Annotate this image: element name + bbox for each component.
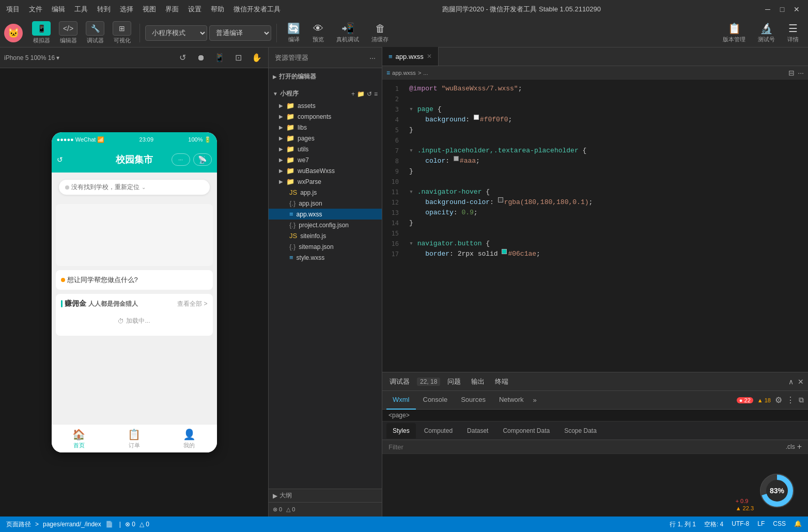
phone-location[interactable]: 没有找到学校，重新定位 ⌄ bbox=[59, 180, 210, 195]
menu-tools[interactable]: 工具 bbox=[74, 5, 88, 14]
folder-assets[interactable]: ▶ 📁 assets bbox=[269, 100, 382, 111]
tab-network[interactable]: Network bbox=[493, 391, 530, 410]
folder-utils[interactable]: ▶ 📁 utils bbox=[269, 144, 382, 154]
realtest-action[interactable]: 📲 真机调试 bbox=[331, 20, 364, 45]
tab-dataset[interactable]: Dataset bbox=[461, 423, 494, 439]
menu-view[interactable]: 视图 bbox=[143, 5, 156, 14]
folder-wxparse[interactable]: ▶ 📁 wxParse bbox=[269, 176, 382, 187]
debugger-toolbar-group[interactable]: 🔧 调试器 bbox=[83, 19, 107, 46]
file-project-config[interactable]: {.} project.config.json bbox=[269, 220, 382, 230]
visual-toolbar-group[interactable]: ⊞ 可视化 bbox=[110, 19, 134, 46]
code-text-area[interactable]: @import "wuBaseWxss/7.wxss" ; ▾ page { b… bbox=[403, 80, 808, 372]
folder-components[interactable]: ▶ 📁 components bbox=[269, 111, 382, 122]
code-area[interactable]: 12345 678910 1112131415 1617 @import "wu… bbox=[382, 80, 808, 372]
menu-settings[interactable]: 设置 bbox=[188, 5, 201, 14]
filter-add-button[interactable]: + bbox=[797, 442, 802, 451]
new-file-icon[interactable]: + bbox=[351, 90, 355, 98]
tab-scope-data[interactable]: Scope Data bbox=[558, 423, 603, 439]
devtools-close-button[interactable]: ✕ bbox=[798, 378, 804, 386]
new-folder-icon[interactable]: 📁 bbox=[357, 90, 365, 98]
app-toggle[interactable]: ▼ 小程序 + 📁 ↺ ≡ bbox=[269, 87, 382, 100]
tab-sources[interactable]: Sources bbox=[455, 391, 492, 410]
maximize-button[interactable]: □ bbox=[777, 4, 787, 14]
clear-action[interactable]: 🗑 清缓存 bbox=[366, 21, 394, 45]
test-action[interactable]: 🔬 测试号 bbox=[753, 20, 780, 45]
fold-btn-11[interactable]: ▾ bbox=[409, 187, 413, 197]
compile-action[interactable]: 🔄 编译 bbox=[282, 20, 305, 45]
preview-action[interactable]: 👁 预览 bbox=[307, 21, 329, 45]
output-label[interactable]: 输出 bbox=[468, 377, 488, 386]
file-sitemap-json[interactable]: {.} sitemap.json bbox=[269, 241, 382, 252]
copy-devtools-icon[interactable]: ⧉ bbox=[799, 396, 804, 404]
broadcast-button[interactable]: 📡 bbox=[193, 153, 212, 166]
nav-order[interactable]: 📋 订单 bbox=[106, 425, 162, 452]
version-action[interactable]: 📋 版本管理 bbox=[718, 20, 751, 45]
more-tabs-icon[interactable]: » bbox=[531, 396, 539, 404]
category-more[interactable]: 查看全部 > bbox=[177, 300, 207, 308]
mode-select[interactable]: 小程序模式 bbox=[145, 25, 207, 41]
file-siteinfo-js[interactable]: JS siteinfo.js bbox=[269, 230, 382, 241]
menu-wechat[interactable]: 微信开发者工具 bbox=[234, 5, 281, 14]
statusbar-file-icon[interactable]: 📄 bbox=[105, 521, 113, 528]
issues-label[interactable]: 问题 bbox=[444, 377, 464, 386]
menu-file[interactable]: 文件 bbox=[29, 5, 42, 14]
menu-edit[interactable]: 编辑 bbox=[52, 5, 65, 14]
refresh-button[interactable]: ↺ bbox=[175, 51, 190, 65]
hand-btn[interactable]: ✋ bbox=[250, 51, 264, 65]
open-editors-toggle[interactable]: ▶ 打开的编辑器 bbox=[269, 70, 382, 83]
devtools-collapse-button[interactable]: ∧ bbox=[788, 378, 794, 386]
more-editor-button[interactable]: ··· bbox=[798, 69, 804, 77]
folder-libs[interactable]: ▶ 📁 libs bbox=[269, 122, 382, 133]
outline-section[interactable]: ▶ 大纲 bbox=[269, 489, 382, 502]
phone-btn[interactable]: 📱 bbox=[212, 51, 227, 65]
details-action[interactable]: ☰ 详情 bbox=[782, 20, 804, 45]
refresh-icon[interactable]: ↺ bbox=[367, 90, 372, 98]
tab-close-button[interactable]: ✕ bbox=[427, 53, 432, 60]
collapse-icon[interactable]: ≡ bbox=[374, 90, 378, 98]
settings-icon[interactable]: ⚙ bbox=[775, 395, 782, 405]
menu-interface[interactable]: 界面 bbox=[165, 5, 179, 14]
layout-btn[interactable]: ⊡ bbox=[231, 51, 245, 65]
menu-help[interactable]: 帮助 bbox=[211, 5, 224, 14]
fold-btn-7[interactable]: ▾ bbox=[409, 146, 413, 156]
user-avatar[interactable]: 🐱 bbox=[4, 24, 23, 42]
terminal-label[interactable]: 终端 bbox=[492, 377, 511, 386]
tab-component-data[interactable]: Component Data bbox=[496, 423, 556, 439]
split-editor-button[interactable]: ⊟ bbox=[788, 69, 795, 77]
fold-btn-3[interactable]: ▾ bbox=[409, 104, 413, 115]
more-devtools-icon[interactable]: ⋮ bbox=[786, 395, 795, 405]
folder-wubasewxss[interactable]: ▶ 📁 wuBaseWxss bbox=[269, 165, 382, 176]
code-line-14: } bbox=[409, 218, 802, 228]
filter-cls-button[interactable]: .cls bbox=[786, 443, 795, 450]
file-app-js[interactable]: JS app.js bbox=[269, 187, 382, 198]
menu-dots-button[interactable]: ··· bbox=[172, 153, 190, 166]
language-info[interactable]: CSS bbox=[773, 520, 786, 529]
tab-styles[interactable]: Styles bbox=[386, 423, 416, 439]
record-button[interactable]: ⏺ bbox=[194, 51, 208, 65]
device-label[interactable]: iPhone 5 100% 16 ▾ bbox=[4, 54, 59, 61]
tab-wxml[interactable]: Wxml bbox=[386, 391, 416, 410]
fold-btn-16[interactable]: ▾ bbox=[409, 239, 413, 249]
folder-pages[interactable]: ▶ 📁 pages bbox=[269, 133, 382, 144]
nav-mine[interactable]: 👤 我的 bbox=[162, 425, 217, 452]
compile-select[interactable]: 普通编译 bbox=[209, 25, 271, 41]
folder-we7[interactable]: ▶ 📁 we7 bbox=[269, 154, 382, 165]
styles-filter-input[interactable] bbox=[389, 443, 786, 451]
notification-icon[interactable]: 🔔 bbox=[794, 520, 802, 529]
file-style-wxss[interactable]: ≡ style.wxss bbox=[269, 252, 382, 263]
menu-project[interactable]: 项目 bbox=[6, 5, 20, 14]
minimize-button[interactable]: ─ bbox=[763, 4, 773, 14]
svg-text:83%: 83% bbox=[770, 487, 785, 495]
nav-home[interactable]: 🏠 首页 bbox=[52, 425, 107, 452]
simulator-toolbar-group[interactable]: 📱 模拟器 bbox=[29, 19, 54, 46]
tab-computed[interactable]: Computed bbox=[418, 423, 459, 439]
menu-select[interactable]: 选择 bbox=[120, 5, 133, 14]
file-app-wxss[interactable]: ≡ app.wxss bbox=[269, 209, 382, 220]
more-options-icon[interactable]: ··· bbox=[369, 54, 376, 62]
file-app-json[interactable]: {.} app.json bbox=[269, 198, 382, 209]
menu-goto[interactable]: 转到 bbox=[97, 5, 111, 14]
close-button[interactable]: ✕ bbox=[791, 4, 802, 14]
tab-console[interactable]: Console bbox=[417, 391, 454, 410]
editor-toolbar-group[interactable]: </> 编辑器 bbox=[56, 19, 81, 46]
tab-app-wxss[interactable]: ≡ app.wxss ✕ bbox=[382, 47, 439, 66]
